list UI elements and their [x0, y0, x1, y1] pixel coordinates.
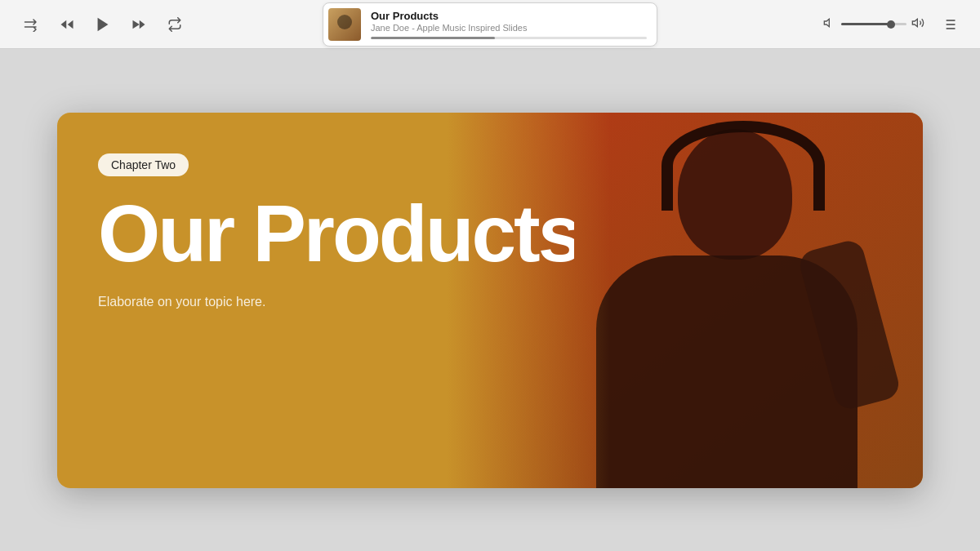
- svg-marker-3: [133, 20, 140, 29]
- album-art-thumbnail: [328, 8, 361, 41]
- svg-marker-0: [61, 20, 67, 29]
- play-icon: [94, 16, 112, 33]
- chapter-badge: Chapter Two: [98, 153, 189, 176]
- volume-fill: [841, 23, 890, 25]
- now-playing-widget: Our Products Jane Doe - Apple Music Insp…: [323, 2, 657, 47]
- volume-low-icon: [823, 16, 836, 32]
- slide-heading: Our Products: [98, 196, 574, 272]
- now-playing-info: Our Products Jane Doe - Apple Music Insp…: [371, 10, 647, 39]
- fastforward-icon: [131, 17, 146, 32]
- track-title: Our Products: [371, 10, 647, 22]
- transport-controls-right: [823, 13, 960, 36]
- headphone-arc: [662, 121, 825, 211]
- shuffle-button[interactable]: [20, 13, 42, 36]
- list-icon: [941, 16, 957, 33]
- svg-marker-1: [68, 20, 74, 29]
- volume-high-icon: [911, 16, 924, 32]
- track-subtitle: Jane Doe - Apple Music Inspired Slides: [371, 23, 647, 33]
- progress-bar-track[interactable]: [371, 37, 647, 39]
- topbar: Our Products Jane Doe - Apple Music Insp…: [0, 0, 980, 49]
- slide-card: Chapter Two Our Products Elaborate on yo…: [57, 113, 923, 488]
- shuffle-icon: [24, 17, 38, 32]
- slide-subtext: Elaborate on your topic here.: [98, 295, 574, 309]
- repeat-icon: [167, 17, 182, 32]
- transport-controls-left: [20, 13, 186, 36]
- rewind-button[interactable]: [56, 13, 78, 36]
- volume-knob: [887, 20, 895, 29]
- fastforward-button[interactable]: [127, 13, 150, 36]
- rewind-icon: [60, 17, 74, 32]
- svg-marker-4: [140, 20, 145, 29]
- volume-control: [823, 16, 924, 32]
- repeat-button[interactable]: [163, 13, 186, 36]
- volume-slider[interactable]: [841, 23, 906, 25]
- main-content: Chapter Two Our Products Elaborate on yo…: [0, 49, 980, 551]
- slide-content: Chapter Two Our Products Elaborate on yo…: [98, 153, 574, 309]
- play-button[interactable]: [91, 13, 114, 36]
- progress-bar-fill: [371, 37, 495, 39]
- list-button[interactable]: [938, 13, 960, 36]
- svg-marker-2: [98, 17, 109, 31]
